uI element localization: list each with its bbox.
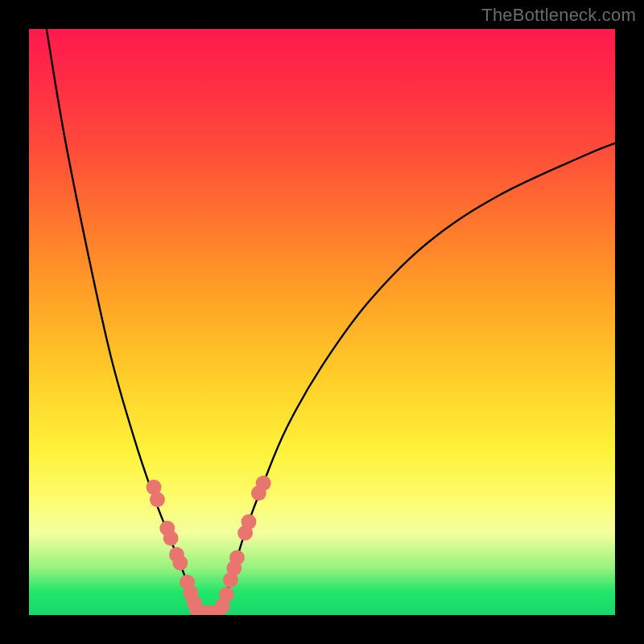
marker-group (147, 476, 271, 615)
data-marker (163, 530, 179, 546)
plot-area (29, 29, 615, 615)
data-marker (150, 492, 165, 507)
data-marker (256, 476, 271, 491)
chart-svg (29, 29, 615, 615)
chart-frame: TheBottleneck.com (0, 0, 644, 644)
curve-right-branch (220, 143, 615, 615)
data-marker (219, 587, 234, 602)
data-marker (172, 555, 188, 571)
data-marker (229, 550, 245, 565)
curve-left-branch (47, 29, 198, 615)
watermark-text: TheBottleneck.com (481, 5, 636, 26)
data-marker (242, 514, 257, 530)
